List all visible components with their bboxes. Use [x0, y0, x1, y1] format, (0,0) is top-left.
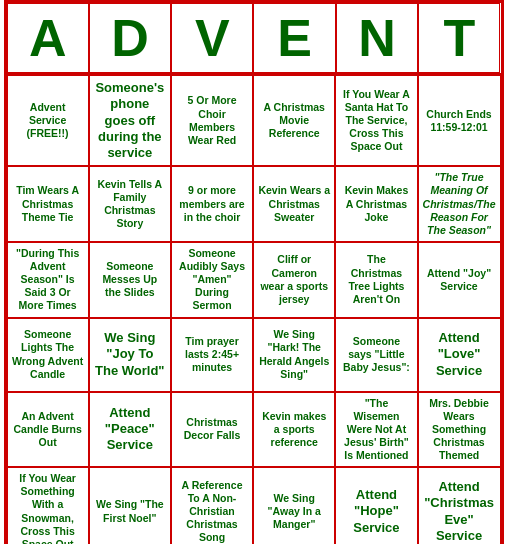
bingo-cell-20[interactable]: Tim prayer lasts 2:45+ minutes	[171, 318, 253, 392]
bingo-title: A D V E N T	[7, 3, 501, 73]
bingo-cell-7[interactable]: Kevin Tells A Family Christmas Story	[89, 166, 171, 242]
bingo-cell-31[interactable]: We Sing "The First Noel"	[89, 467, 171, 544]
title-letter-d: D	[89, 3, 171, 73]
bingo-cell-17[interactable]: Attend "Joy" Service	[418, 242, 501, 318]
bingo-cell-3[interactable]: A Christmas Movie Reference	[253, 75, 335, 166]
bingo-cell-30[interactable]: If You Wear Something With a Snowman, Cr…	[7, 467, 89, 544]
bingo-cell-22[interactable]: Someone says "Little Baby Jesus":	[335, 318, 417, 392]
bingo-cell-26[interactable]: Christmas Decor Falls	[171, 392, 253, 468]
bingo-cell-1[interactable]: Someone's phone goes off during the serv…	[89, 75, 171, 166]
title-letter-v: V	[171, 3, 253, 73]
bingo-cell-14[interactable]: Someone Audibly Says "Amen" During Sermo…	[171, 242, 253, 318]
bingo-cell-8[interactable]: 9 or more members are in the choir	[171, 166, 253, 242]
bingo-cell-24[interactable]: An Advent Candle Burns Out	[7, 392, 89, 468]
bingo-cell-35[interactable]: Attend "Christmas Eve" Service	[418, 467, 501, 544]
bingo-cell-13[interactable]: Someone Messes Up the Slides	[89, 242, 171, 318]
bingo-cell-0[interactable]: Advent Service (FREE!!)	[7, 75, 89, 166]
bingo-cell-29[interactable]: Mrs. Debbie Wears Something Christmas Th…	[418, 392, 501, 468]
bingo-cell-12[interactable]: "During This Advent Season" Is Said 3 Or…	[7, 242, 89, 318]
bingo-cell-25[interactable]: Attend "Peace" Service	[89, 392, 171, 468]
bingo-cell-18[interactable]: Someone Lights The Wrong Advent Candle	[7, 318, 89, 392]
bingo-card: A D V E N T Advent Service (FREE!!)Someo…	[4, 0, 504, 544]
bingo-grid: Advent Service (FREE!!)Someone's phone g…	[7, 73, 501, 544]
bingo-cell-16[interactable]: The Christmas Tree Lights Aren't On	[335, 242, 417, 318]
bingo-cell-28[interactable]: "The Wisemen Were Not At Jesus' Birth" I…	[335, 392, 417, 468]
bingo-cell-21[interactable]: We Sing "Hark! The Herald Angels Sing"	[253, 318, 335, 392]
title-letter-n: N	[336, 3, 418, 73]
bingo-cell-27[interactable]: Kevin makes a sports reference	[253, 392, 335, 468]
bingo-cell-2[interactable]: 5 Or More Choir Members Wear Red	[171, 75, 253, 166]
bingo-cell-5[interactable]: Church Ends 11:59-12:01	[418, 75, 501, 166]
bingo-cell-19[interactable]: We Sing "Joy To The World"	[89, 318, 171, 392]
bingo-cell-6[interactable]: Tim Wears A Christmas Theme Tie	[7, 166, 89, 242]
bingo-cell-32[interactable]: A Reference To A Non-Christian Christmas…	[171, 467, 253, 544]
bingo-cell-9[interactable]: Kevin Wears a Christmas Sweater	[253, 166, 335, 242]
title-letter-a: A	[7, 3, 89, 73]
bingo-cell-10[interactable]: Kevin Makes A Christmas Joke	[335, 166, 417, 242]
bingo-cell-34[interactable]: Attend "Hope" Service	[335, 467, 417, 544]
title-letter-e: E	[253, 3, 335, 73]
bingo-cell-23[interactable]: Attend "Love" Service	[418, 318, 501, 392]
bingo-cell-4[interactable]: If You Wear A Santa Hat To The Service, …	[335, 75, 417, 166]
bingo-cell-33[interactable]: We Sing "Away In a Manger"	[253, 467, 335, 544]
bingo-cell-11[interactable]: "The True Meaning Of Christmas/The Reaso…	[418, 166, 501, 242]
title-letter-t: T	[418, 3, 500, 73]
bingo-cell-15[interactable]: Cliff or Cameron wear a sports jersey	[253, 242, 335, 318]
